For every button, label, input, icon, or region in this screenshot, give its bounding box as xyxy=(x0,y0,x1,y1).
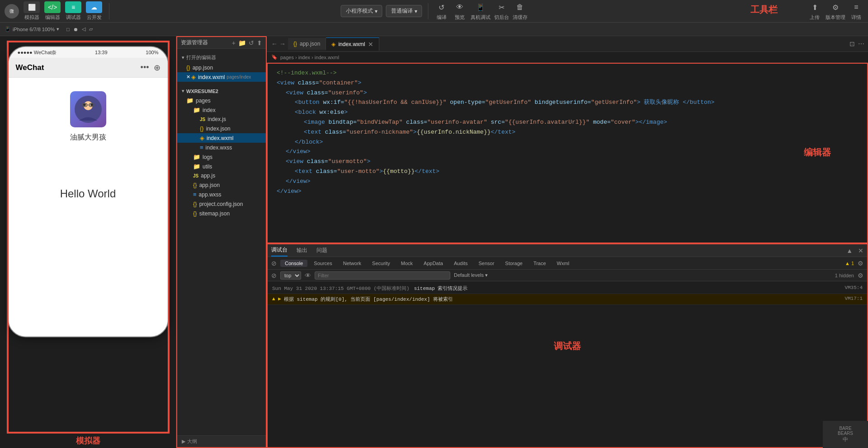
tab-close-icon[interactable]: ✕ xyxy=(368,41,373,48)
file-index-wxml-name: index.wxml xyxy=(207,135,233,141)
compile-dropdown[interactable]: 普通编译 ▾ xyxy=(386,5,422,17)
file-sitemap[interactable]: {} sitemap.json xyxy=(177,209,266,218)
dev-tab-sensor[interactable]: Sensor xyxy=(474,260,499,267)
editor-label: 编辑器 xyxy=(45,14,60,21)
devtools-filter-icon[interactable]: ⊘ xyxy=(271,260,277,267)
folder-utils[interactable]: 📁 utils xyxy=(177,162,266,171)
refresh-btn[interactable]: ↺ 编译 xyxy=(434,1,449,21)
code-line-9: </view> xyxy=(277,147,858,157)
filter-input[interactable] xyxy=(315,271,450,280)
open-editors-title[interactable]: ▾ 打开的编辑器 xyxy=(177,51,266,63)
dev-tab-storage[interactable]: Storage xyxy=(500,260,527,267)
dev-tab-audits[interactable]: Audits xyxy=(449,260,472,267)
clear-console-icon[interactable]: ⊘ xyxy=(271,272,277,279)
file-project-config[interactable]: {} project.config.json xyxy=(177,199,266,209)
file-app-json-name: app.json xyxy=(199,182,220,188)
tab-app-json[interactable]: {} app.json xyxy=(288,38,326,50)
toolbar-label: 工具栏 xyxy=(750,4,778,16)
home-icon[interactable]: ▱ xyxy=(89,26,93,32)
details-btn[interactable]: ≡ 详情 xyxy=(849,1,863,21)
resources-title: 资源管理器 xyxy=(181,39,208,47)
upload-btn[interactable]: ⬆ 上传 xyxy=(807,1,822,21)
file-app-wxss[interactable]: ≡ app.wxss xyxy=(177,190,266,199)
close-file-icon[interactable]: ✕ xyxy=(186,74,190,80)
details-label: 详情 xyxy=(851,14,861,21)
open-editors-section: ▾ 打开的编辑器 {} app.json ✕ ◈ index.wxml page… xyxy=(177,50,266,84)
editor-btn[interactable]: </> 编辑器 xyxy=(44,1,61,21)
settings-icon[interactable]: ⚙ xyxy=(858,260,863,267)
levels-dropdown[interactable]: Default levels ▾ xyxy=(454,272,488,278)
debugger-tab-console[interactable]: 调试台 xyxy=(271,244,288,257)
clean-btn[interactable]: 🗑 清缓存 xyxy=(513,1,528,21)
folder-logs[interactable]: 📁 logs xyxy=(177,152,266,162)
folder-logs-icon: 📁 xyxy=(193,154,200,160)
file-index-js[interactable]: JS index.js xyxy=(177,115,266,124)
file-index-json[interactable]: {} index.json xyxy=(177,124,266,133)
dev-tab-console[interactable]: Console xyxy=(280,260,307,267)
str-4a: "{{!hasUserInfo && canIUse}}" xyxy=(344,99,446,106)
outline-bar[interactable]: ▶ 大纲 xyxy=(177,435,266,447)
outline-label: 大纲 xyxy=(187,438,197,445)
dev-tab-appdata[interactable]: AppData xyxy=(419,260,448,267)
refresh-label: 编译 xyxy=(437,14,447,21)
mode-dropdown[interactable]: 小程序模式 ▾ xyxy=(341,5,382,17)
code-editor[interactable]: 编辑器 <!--index.wxml--> <view class="conta… xyxy=(267,63,868,243)
file-index-wxml[interactable]: ◈ index.wxml xyxy=(177,133,266,143)
simulator-btn[interactable]: ⬜ 模拟器 xyxy=(24,1,40,21)
project-title[interactable]: ▾ WXRESUME2 xyxy=(177,85,266,96)
version-btn[interactable]: ⚙ 版本管理 xyxy=(826,1,845,21)
dev-tab-security[interactable]: Security xyxy=(368,260,395,267)
dev-tab-mock[interactable]: Mock xyxy=(396,260,417,267)
attr-6b: class= xyxy=(402,119,427,126)
dev-tab-trace[interactable]: Trace xyxy=(529,260,551,267)
settings-console-icon[interactable]: ⚙ xyxy=(858,272,863,279)
back-icon[interactable]: ◁ xyxy=(82,26,85,32)
cloud-btn[interactable]: ☁ 云开发 xyxy=(86,1,102,21)
file-app-js[interactable]: JS app.js xyxy=(177,171,266,180)
minimize-icon[interactable]: ▲ xyxy=(846,247,853,254)
rotate-icon[interactable]: □ xyxy=(66,27,70,32)
file-icon-index-wxml: ◈ xyxy=(191,74,196,80)
folder-pages[interactable]: 📁 pages xyxy=(177,96,266,105)
split-editor-icon[interactable]: ⊡ xyxy=(848,39,857,48)
nav-back[interactable]: ← xyxy=(271,40,278,47)
debugger-btn[interactable]: ≡ 调试器 xyxy=(65,1,81,21)
collapse-all-icon[interactable]: ⬆ xyxy=(257,39,262,47)
cn-label: 中 xyxy=(838,436,853,443)
simulator-label: 模拟器 xyxy=(24,14,39,21)
record-icon[interactable]: ⏺ xyxy=(73,27,78,32)
tag-6: <image xyxy=(304,119,329,126)
toolbar-right: ⬆ 上传 ⚙ 版本管理 ≡ 详情 xyxy=(807,1,863,21)
resources-header: 资源管理器 + 📁 ↺ ⬆ xyxy=(177,37,266,49)
debugger-top-bar: 调试台 输出 问题 ▲ ✕ xyxy=(268,244,867,257)
cutboard-btn[interactable]: ✂ 切后台 xyxy=(494,1,509,21)
dev-tab-wxml[interactable]: Wxml xyxy=(552,260,574,267)
context-selector[interactable]: top xyxy=(280,271,301,280)
open-file-app-json[interactable]: {} app.json xyxy=(177,63,266,72)
close-debugger-icon[interactable]: ✕ xyxy=(858,247,863,254)
eye-icon[interactable]: 👁 xyxy=(305,272,311,279)
debugger-tab-output[interactable]: 输出 xyxy=(297,245,307,256)
new-folder-icon[interactable]: 📁 xyxy=(238,39,246,47)
dev-tab-sources[interactable]: Sources xyxy=(309,260,336,267)
open-file-index-wxml[interactable]: ✕ ◈ index.wxml pages/index xyxy=(177,72,266,82)
version-icon: ⚙ xyxy=(828,1,843,13)
more-options-icon[interactable]: ⋯ xyxy=(857,39,866,48)
dev-tab-network[interactable]: Network xyxy=(339,260,366,267)
new-file-icon[interactable]: + xyxy=(232,39,236,47)
debugger-tab-problems[interactable]: 问题 xyxy=(316,245,327,256)
file-app-json[interactable]: {} app.json xyxy=(177,180,266,190)
preview-btn[interactable]: 👁 预览 xyxy=(453,1,467,21)
editor-breadcrumb: 🔖 pages › index › index.wxml xyxy=(267,52,868,63)
device-selector[interactable]: 📱 iPhone 6/7/8 100% ▾ xyxy=(5,26,59,32)
warning-indicator: ▲ ▶ xyxy=(272,296,281,302)
tab-index-wxml[interactable]: ◈ index.wxml ✕ xyxy=(326,37,379,51)
file-index-wxss[interactable]: ≡ index.wxss xyxy=(177,143,266,152)
folder-index[interactable]: 📁 index xyxy=(177,105,266,115)
refresh-files-icon[interactable]: ↺ xyxy=(249,39,254,47)
device-icon: 📱 xyxy=(5,26,11,32)
nav-forward[interactable]: → xyxy=(279,40,286,47)
real-debug-btn[interactable]: 📱 真机调试 xyxy=(471,1,491,21)
console-line-2: ▲ ▶ 根据 sitemap 的规则[0], 当前页面 [pages/index… xyxy=(268,294,867,305)
expr-11: {{motto}} xyxy=(383,168,415,175)
